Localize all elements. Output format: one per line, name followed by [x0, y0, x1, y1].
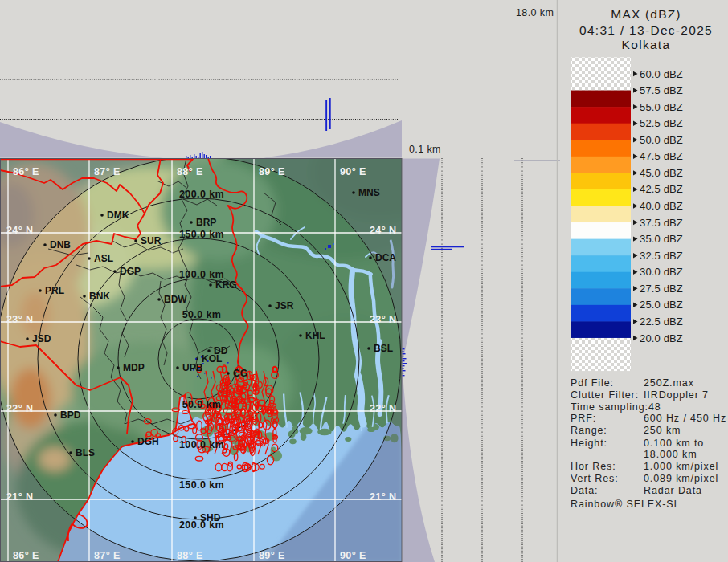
- svg-text:24° N: 24° N: [6, 225, 33, 236]
- svg-text:JSR: JSR: [275, 300, 294, 312]
- svg-text:IIRDoppler 7: IIRDoppler 7: [644, 389, 709, 401]
- svg-text:200.0 km: 200.0 km: [179, 189, 224, 200]
- svg-text:KRG: KRG: [215, 279, 237, 291]
- svg-text:22° N: 22° N: [370, 403, 396, 414]
- svg-text:BDW: BDW: [164, 294, 187, 305]
- svg-text:50.0 km: 50.0 km: [182, 399, 222, 410]
- svg-text:47.5 dBZ: 47.5 dBZ: [640, 150, 683, 162]
- svg-text:52.5 dBZ: 52.5 dBZ: [640, 117, 683, 129]
- svg-text:22° N: 22° N: [6, 403, 33, 414]
- svg-text:Hor Res:: Hor Res:: [571, 461, 616, 472]
- svg-text:KOL: KOL: [202, 353, 222, 364]
- svg-text:BRP: BRP: [196, 217, 216, 228]
- svg-text:20.0 dBZ: 20.0 dBZ: [640, 332, 683, 344]
- svg-text:90° E: 90° E: [340, 166, 366, 177]
- svg-text:Time sampling:48: Time sampling:48: [571, 401, 661, 413]
- svg-text:55.0 dBZ: 55.0 dBZ: [640, 101, 683, 113]
- svg-text:0.1 km: 0.1 km: [409, 144, 441, 155]
- svg-text:0.089 km/pixel: 0.089 km/pixel: [644, 473, 718, 484]
- svg-text:Kolkata: Kolkata: [622, 38, 671, 51]
- svg-text:24° N: 24° N: [370, 225, 396, 236]
- svg-text:DMK: DMK: [107, 210, 129, 221]
- svg-text:86° E: 86° E: [13, 166, 39, 177]
- svg-text:Rainbow® SELEX-SI: Rainbow® SELEX-SI: [571, 499, 677, 510]
- svg-text:18.000 km: 18.000 km: [644, 449, 697, 460]
- svg-text:250 km: 250 km: [644, 425, 681, 436]
- svg-text:22.5 dBZ: 22.5 dBZ: [640, 316, 683, 328]
- svg-text:57.5 dBZ: 57.5 dBZ: [640, 84, 683, 96]
- svg-text:88° E: 88° E: [177, 550, 203, 561]
- svg-text:50.0 km: 50.0 km: [182, 309, 222, 320]
- svg-text:PRF:: PRF:: [571, 413, 596, 424]
- svg-text:MAX (dBZ): MAX (dBZ): [611, 7, 681, 21]
- svg-text:35.0 dBZ: 35.0 dBZ: [640, 233, 683, 245]
- svg-text:21° N: 21° N: [370, 491, 396, 503]
- svg-text:18.0 km: 18.0 km: [516, 7, 554, 18]
- svg-text:DGP: DGP: [120, 266, 141, 277]
- svg-text:250Z.max: 250Z.max: [644, 377, 694, 389]
- svg-text:150.0 km: 150.0 km: [179, 229, 224, 240]
- svg-text:60.0 dBZ: 60.0 dBZ: [640, 68, 683, 80]
- svg-text:04:31 / 13-Dec-2025: 04:31 / 13-Dec-2025: [579, 23, 713, 37]
- svg-text:Range:: Range:: [571, 425, 607, 436]
- svg-text:25.0 dBZ: 25.0 dBZ: [640, 299, 683, 311]
- svg-text:CG: CG: [233, 368, 247, 379]
- svg-text:32.5 dBZ: 32.5 dBZ: [640, 250, 683, 262]
- svg-text:90° E: 90° E: [340, 550, 366, 561]
- svg-text:DGH: DGH: [137, 436, 159, 447]
- svg-text:27.5 dBZ: 27.5 dBZ: [640, 283, 683, 295]
- svg-text:0.100 km to: 0.100 km to: [644, 438, 704, 449]
- svg-text:Radar Data: Radar Data: [644, 485, 702, 496]
- svg-text:DCA: DCA: [375, 252, 396, 263]
- svg-text:23° N: 23° N: [370, 314, 396, 325]
- svg-text:89° E: 89° E: [259, 550, 285, 561]
- svg-text:89° E: 89° E: [259, 166, 285, 177]
- svg-text:Height:: Height:: [571, 438, 607, 449]
- svg-text:100.0 km: 100.0 km: [179, 269, 224, 280]
- svg-text:Clutter Filter:: Clutter Filter:: [571, 389, 639, 401]
- svg-text:600 Hz / 450 Hz: 600 Hz / 450 Hz: [644, 413, 726, 424]
- svg-text:1.000 km/pixel: 1.000 km/pixel: [644, 461, 718, 472]
- svg-text:45.0 dBZ: 45.0 dBZ: [640, 167, 683, 179]
- svg-text:87° E: 87° E: [94, 166, 121, 177]
- svg-text:30.0 dBZ: 30.0 dBZ: [640, 266, 683, 278]
- svg-text:BNK: BNK: [89, 291, 110, 302]
- svg-text:MNS: MNS: [358, 187, 380, 198]
- svg-text:PRL: PRL: [45, 285, 64, 296]
- svg-text:UPB: UPB: [182, 362, 203, 373]
- svg-text:42.5 dBZ: 42.5 dBZ: [640, 183, 683, 195]
- svg-text:23° N: 23° N: [6, 314, 33, 325]
- svg-text:ASL: ASL: [94, 253, 113, 264]
- svg-text:SUR: SUR: [141, 235, 162, 246]
- svg-text:MDP: MDP: [123, 362, 145, 373]
- svg-text:86° E: 86° E: [13, 550, 39, 561]
- svg-text:SHD: SHD: [200, 512, 221, 523]
- svg-text:JSD: JSD: [32, 333, 51, 344]
- svg-text:88° E: 88° E: [177, 166, 203, 177]
- svg-text:BSL: BSL: [374, 343, 393, 354]
- svg-text:87° E: 87° E: [94, 550, 121, 561]
- svg-text:Pdf File:: Pdf File:: [571, 377, 614, 389]
- svg-text:40.0 dBZ: 40.0 dBZ: [640, 200, 683, 212]
- svg-text:Data:: Data:: [571, 485, 598, 496]
- svg-text:BLS: BLS: [76, 447, 95, 458]
- svg-text:21° N: 21° N: [6, 491, 33, 503]
- svg-text:DNB: DNB: [50, 239, 71, 250]
- svg-text:50.0 dBZ: 50.0 dBZ: [640, 134, 683, 146]
- svg-text:100.0 km: 100.0 km: [179, 439, 224, 450]
- svg-text:BPD: BPD: [60, 409, 81, 421]
- svg-text:KHL: KHL: [305, 330, 325, 341]
- svg-text:150.0 km: 150.0 km: [179, 479, 224, 491]
- svg-text:Vert Res:: Vert Res:: [571, 473, 619, 484]
- svg-text:37.5 dBZ: 37.5 dBZ: [640, 217, 683, 229]
